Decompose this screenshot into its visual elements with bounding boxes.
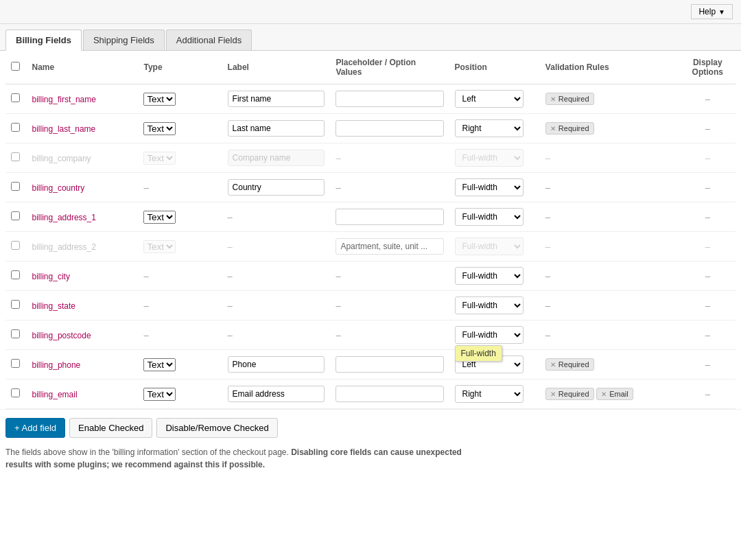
display-dash-billing_last_name: –: [705, 124, 710, 134]
badge-remove-icon: ✕: [550, 361, 556, 369]
table-row: billing_phoneTextLeftRightFull-width✕Req…: [5, 350, 736, 380]
label-input-billing_email[interactable]: [228, 386, 325, 402]
placeholder-input-billing_phone[interactable]: [336, 356, 443, 373]
help-label: Help: [698, 7, 716, 16]
display-dash-billing_first_name: –: [705, 94, 710, 104]
placeholder-dash-billing_city: –: [336, 271, 340, 281]
type-select-billing_email[interactable]: Text: [143, 388, 176, 401]
badge-remove-icon: ✕: [550, 390, 556, 398]
row-checkbox-billing_country[interactable]: [11, 182, 20, 191]
type-select-billing_company[interactable]: Text: [143, 152, 176, 165]
type-dash-billing_country: –: [143, 183, 148, 193]
validation-dash-billing_postcode: –: [545, 330, 550, 340]
table-row: billing_emailTextLeftRightFull-width✕Req…: [5, 380, 736, 409]
validation-dash-billing_address_1: –: [545, 212, 550, 222]
row-checkbox-billing_city[interactable]: [11, 270, 20, 279]
label-input-billing_phone[interactable]: [228, 356, 325, 373]
placeholder-input-billing_address_1[interactable]: [336, 209, 443, 225]
type-select-billing_address_2[interactable]: Text: [143, 240, 176, 253]
type-select-billing_address_1[interactable]: Text: [143, 211, 176, 224]
validation-dash-billing_company: –: [545, 153, 550, 163]
placeholder-input-billing_first_name[interactable]: [336, 91, 443, 107]
label-dash-billing_address_1: –: [228, 212, 233, 222]
col-header-display: Display Options: [679, 51, 736, 84]
row-checkbox-billing_email[interactable]: [11, 388, 20, 397]
display-dash-billing_phone: –: [705, 360, 710, 370]
field-name-billing_email: billing_email: [32, 390, 78, 399]
position-select-billing_state[interactable]: LeftRightFull-width: [455, 296, 524, 314]
position-select-billing_city[interactable]: LeftRightFull-width: [455, 267, 524, 285]
field-name-billing_city: billing_city: [32, 272, 70, 281]
badge-remove-icon: ✕: [550, 95, 556, 103]
label-dash-billing_postcode: –: [228, 330, 233, 340]
type-select-billing_first_name[interactable]: Text: [143, 93, 176, 106]
validation-dash-billing_state: –: [545, 301, 550, 311]
placeholder-input-billing_email[interactable]: [336, 386, 443, 402]
position-select-billing_first_name[interactable]: LeftRightFull-width: [455, 90, 524, 108]
position-select-billing_company[interactable]: LeftRightFull-width: [455, 149, 524, 167]
enable-checked-button[interactable]: Enable Checked: [69, 418, 152, 438]
add-field-button[interactable]: + Add field: [5, 418, 65, 438]
table-row: billing_companyText–LeftRightFull-width–…: [5, 143, 736, 173]
row-checkbox-billing_company[interactable]: [11, 152, 20, 161]
col-header-position: Position: [449, 51, 540, 84]
placeholder-dash-billing_postcode: –: [336, 330, 340, 340]
display-dash-billing_address_2: –: [705, 242, 710, 252]
row-checkbox-billing_state[interactable]: [11, 300, 20, 309]
validation-badge-required-billing_first_name[interactable]: ✕Required: [545, 93, 594, 105]
validation-badge-email-billing_email[interactable]: ✕Email: [596, 388, 633, 400]
tab-additional-fields[interactable]: Additional Fields: [166, 30, 252, 50]
validation-badge-required-billing_phone[interactable]: ✕Required: [545, 358, 594, 371]
label-input-billing_company[interactable]: [228, 150, 325, 166]
field-name-billing_phone: billing_phone: [32, 360, 81, 370]
type-select-billing_phone[interactable]: Text: [143, 358, 176, 371]
placeholder-dash-billing_company: –: [336, 153, 340, 163]
validation-dash-billing_country: –: [545, 183, 550, 193]
field-name-billing_last_name: billing_last_name: [32, 124, 96, 134]
placeholder-input-billing_address_2[interactable]: [336, 238, 443, 255]
help-arrow-icon: ▼: [718, 8, 725, 16]
label-input-billing_country[interactable]: [228, 179, 325, 196]
row-checkbox-billing_address_2[interactable]: [11, 241, 20, 250]
badge-remove-icon: ✕: [601, 390, 607, 398]
position-select-billing_address_2[interactable]: LeftRightFull-width: [455, 237, 524, 255]
validation-badge-required-billing_email[interactable]: ✕Required: [545, 388, 594, 400]
position-select-billing_postcode[interactable]: LeftRightFull-width: [455, 326, 524, 344]
type-dash-billing_city: –: [143, 271, 148, 281]
col-header-type: Type: [138, 51, 222, 84]
field-name-billing_postcode: billing_postcode: [32, 331, 91, 340]
position-select-billing_address_1[interactable]: LeftRightFull-width: [455, 208, 524, 226]
help-button[interactable]: Help ▼: [691, 4, 733, 19]
field-name-billing_address_1: billing_address_1: [32, 213, 96, 222]
type-select-billing_last_name[interactable]: Text: [143, 122, 176, 135]
validation-badge-required-billing_last_name[interactable]: ✕Required: [545, 122, 594, 135]
row-checkbox-billing_last_name[interactable]: [11, 123, 20, 132]
position-tooltip-billing_postcode: Full-width: [455, 345, 502, 362]
table-row: billing_address_2Text–LeftRightFull-widt…: [5, 232, 736, 261]
placeholder-dash-billing_country: –: [336, 183, 340, 193]
row-checkbox-billing_first_name[interactable]: [11, 93, 20, 102]
label-input-billing_last_name[interactable]: [228, 120, 325, 137]
tab-shipping-fields[interactable]: Shipping Fields: [83, 30, 165, 50]
position-select-billing_country[interactable]: LeftRightFull-width: [455, 178, 524, 196]
label-dash-billing_city: –: [228, 271, 233, 281]
col-header-placeholder: Placeholder / Option Values: [330, 51, 449, 84]
row-checkbox-billing_phone[interactable]: [11, 359, 20, 368]
select-all-checkbox[interactable]: [11, 62, 20, 71]
display-dash-billing_address_1: –: [705, 212, 710, 222]
table-row: billing_address_1Text–LeftRightFull-widt…: [5, 202, 736, 232]
placeholder-input-billing_last_name[interactable]: [336, 120, 443, 137]
validation-dash-billing_address_2: –: [545, 242, 550, 252]
row-checkbox-billing_postcode[interactable]: [11, 329, 20, 338]
table-row: billing_postcode–––LeftRightFull-widthFu…: [5, 320, 736, 350]
position-select-billing_last_name[interactable]: LeftRightFull-width: [455, 119, 524, 137]
row-checkbox-billing_address_1[interactable]: [11, 211, 20, 220]
table-row: billing_first_nameTextLeftRightFull-widt…: [5, 84, 736, 114]
label-input-billing_first_name[interactable]: [228, 91, 325, 107]
col-header-name: Name: [27, 51, 139, 84]
position-select-billing_email[interactable]: LeftRightFull-width: [455, 385, 524, 403]
tab-billing-fields[interactable]: Billing Fields: [5, 30, 82, 51]
display-dash-billing_company: –: [705, 153, 710, 163]
table-row: billing_city–––LeftRightFull-width––: [5, 261, 736, 291]
disable-remove-button[interactable]: Disable/Remove Checked: [156, 418, 277, 438]
